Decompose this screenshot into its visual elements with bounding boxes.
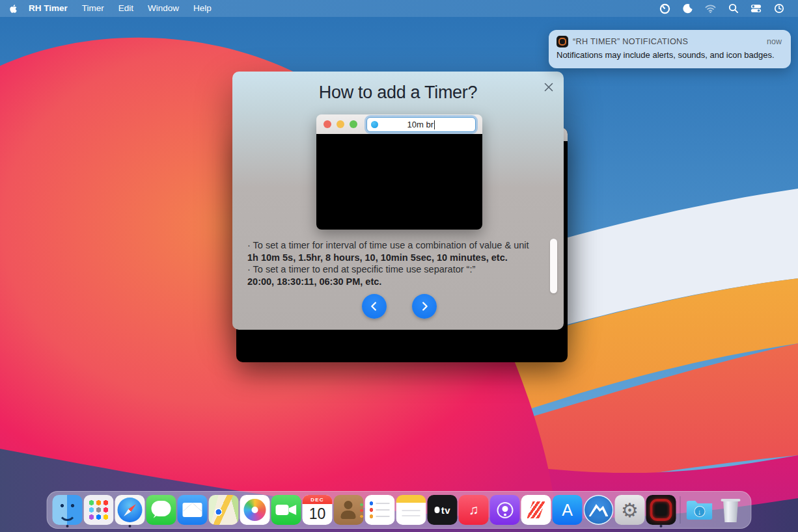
- dock-item-maps[interactable]: [209, 492, 239, 528]
- instruction-line: 20:00, 18:30:11, 06:30 PM, etc.: [247, 276, 545, 288]
- control-center-icon[interactable]: [750, 3, 762, 14]
- dock-icon-divider: [680, 496, 681, 524]
- next-page-button[interactable]: [412, 294, 437, 319]
- dock-icon-rh-timer: [646, 495, 676, 525]
- dock-icon-mail: [178, 495, 208, 525]
- how-to-add-timer-dialog: How to add a Timer? 10m br · To set a ti…: [232, 72, 564, 330]
- dock-item-safari[interactable]: [115, 492, 145, 528]
- dock-item-messages[interactable]: [146, 492, 176, 528]
- dock-item-music[interactable]: ♫: [459, 492, 489, 528]
- dialog-title: How to add a Timer?: [232, 83, 564, 103]
- instruction-line: · To set a timer to end at specific time…: [247, 263, 545, 276]
- dock-icon-app-store: A: [553, 495, 583, 525]
- instructions: · To set a timer for interval of time us…: [247, 239, 545, 287]
- wifi-icon[interactable]: [705, 3, 716, 14]
- icon-glyph: ⚙: [615, 495, 645, 525]
- notification-header: “RH TIMER” NOTIFICATIONS now: [557, 36, 782, 47]
- instruction-line: · To set a timer for interval of time us…: [247, 239, 545, 252]
- icon-text-label: tv: [428, 495, 458, 525]
- timer-window-illustration: 10m br: [316, 114, 482, 230]
- do-not-disturb-moon-icon[interactable]: [682, 3, 693, 14]
- dock-icon-messages: [146, 495, 176, 525]
- traffic-light-zoom[interactable]: [350, 120, 357, 128]
- timer-gauge-icon[interactable]: [659, 3, 670, 14]
- calendar-month-label: DEC: [303, 495, 333, 504]
- dock-icon-reminders: [365, 495, 395, 525]
- icon-text-label: A: [553, 495, 583, 525]
- menu-help[interactable]: Help: [186, 0, 219, 17]
- dock-icon-notes: [396, 495, 426, 525]
- apple-menu-icon[interactable]: [9, 4, 18, 14]
- mini-window-content: [316, 134, 482, 230]
- notification-banner[interactable]: “RH TIMER” NOTIFICATIONS now Notificatio…: [549, 30, 791, 68]
- traffic-light-minimize[interactable]: [337, 120, 344, 128]
- menu-app-name-rh-timer[interactable]: RH Timer: [21, 0, 75, 17]
- dialog-scrollbar-thumb[interactable]: [550, 239, 557, 293]
- close-icon[interactable]: [543, 81, 555, 93]
- running-indicator-dot: [66, 525, 69, 527]
- dock-item-divider: [678, 492, 683, 528]
- running-indicator-dot: [660, 525, 663, 527]
- dock-icon-maps: [209, 495, 239, 525]
- dock-icon-podcasts: [490, 495, 520, 525]
- dock-item-mountain-peaks-app[interactable]: [584, 492, 614, 528]
- dock-item-reminders[interactable]: [365, 492, 395, 528]
- spotlight-search-icon[interactable]: [728, 3, 739, 14]
- dock-item-news[interactable]: [521, 492, 551, 528]
- clock-icon[interactable]: [773, 3, 784, 14]
- dock-item-contacts[interactable]: [334, 492, 364, 528]
- dock-item-calendar[interactable]: DEC 10: [303, 492, 333, 528]
- dock-item-launchpad[interactable]: [84, 492, 114, 528]
- notification-time: now: [767, 37, 782, 46]
- icon-glyph: ♫: [459, 495, 489, 525]
- dock-item-system-preferences[interactable]: ⚙: [615, 492, 645, 528]
- dock-icon-downloads: ↓: [685, 495, 715, 525]
- dock-item-rh-timer[interactable]: [646, 492, 676, 528]
- menu-window[interactable]: Window: [141, 0, 186, 17]
- dock: DEC 10: [47, 491, 752, 529]
- app-menus: RH Timer Timer Edit Window Help: [21, 0, 219, 17]
- dock-item-downloads[interactable]: ↓: [685, 492, 715, 528]
- rh-timer-app-icon: [557, 36, 568, 47]
- dock-icon-launchpad: [84, 495, 114, 525]
- dock-icon-music: ♫: [459, 495, 489, 525]
- menu-edit[interactable]: Edit: [111, 0, 141, 17]
- dock-icon-facetime: [271, 495, 301, 525]
- dock-item-mail[interactable]: [178, 492, 208, 528]
- dock-item-photos[interactable]: [240, 492, 270, 528]
- dock-icon-contacts: [334, 495, 364, 525]
- mini-window-titlebar: 10m br: [316, 114, 482, 135]
- dock-icon-news: [521, 495, 551, 525]
- notification-title: “RH TIMER” NOTIFICATIONS: [573, 37, 767, 46]
- dock-icon-mountain-peaks-app: [584, 495, 614, 525]
- dock-item-apple-tv[interactable]: tv: [428, 492, 458, 528]
- notification-body: Notifications may include alerts, sounds…: [557, 50, 782, 61]
- dock-icon-apple-tv: tv: [428, 495, 458, 525]
- timer-entry-input[interactable]: 10m br: [366, 117, 476, 132]
- dock-icon-safari: [115, 495, 145, 525]
- dock-icon-calendar: DEC 10: [303, 495, 333, 525]
- dock-icon-trash: [716, 495, 746, 525]
- dock-item-finder[interactable]: [53, 492, 83, 528]
- dock-icon-system-preferences: ⚙: [615, 495, 645, 525]
- dock-icon-finder: [53, 495, 83, 525]
- menu-timer[interactable]: Timer: [75, 0, 111, 17]
- dock-item-facetime[interactable]: [271, 492, 301, 528]
- running-indicator-dot: [129, 525, 131, 527]
- calendar-day-label: 10: [303, 504, 333, 524]
- dock-item-trash[interactable]: [716, 492, 746, 528]
- icon-glyph: ↓: [694, 506, 705, 517]
- dock-icon-photos: [240, 495, 270, 525]
- previous-page-button[interactable]: [362, 294, 387, 319]
- traffic-light-close[interactable]: [323, 120, 331, 128]
- text-caret: [434, 120, 435, 129]
- dock-item-notes[interactable]: [396, 492, 426, 528]
- dock-item-podcasts[interactable]: [490, 492, 520, 528]
- timer-input-value: 10m br: [407, 120, 433, 129]
- instruction-line: 1h 10m 5s, 1.5hr, 8 hours, 10, 10min 5se…: [247, 252, 545, 264]
- timer-bullet-icon: [371, 121, 378, 128]
- dock-item-app-store[interactable]: A: [553, 492, 583, 528]
- menu-bar-status-icons: [654, 3, 790, 14]
- menu-bar: RH Timer Timer Edit Window Help: [0, 0, 798, 17]
